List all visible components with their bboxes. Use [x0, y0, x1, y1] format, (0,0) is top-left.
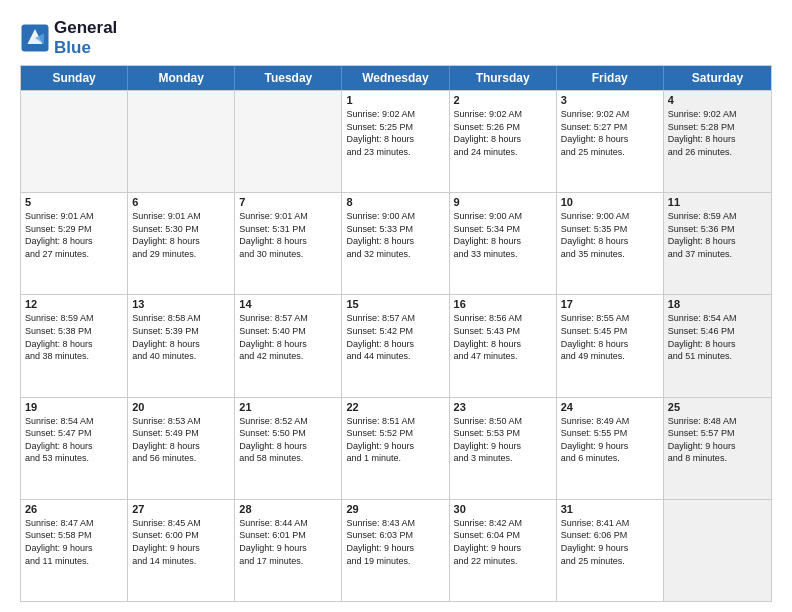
day-info: Sunrise: 8:47 AM Sunset: 5:58 PM Dayligh… — [25, 517, 123, 567]
day-number: 29 — [346, 503, 444, 515]
day-info: Sunrise: 8:53 AM Sunset: 5:49 PM Dayligh… — [132, 415, 230, 465]
day-info: Sunrise: 8:50 AM Sunset: 5:53 PM Dayligh… — [454, 415, 552, 465]
day-info: Sunrise: 9:01 AM Sunset: 5:29 PM Dayligh… — [25, 210, 123, 260]
calendar-empty-cell — [21, 91, 128, 192]
calendar: SundayMondayTuesdayWednesdayThursdayFrid… — [20, 65, 772, 602]
day-number: 9 — [454, 196, 552, 208]
calendar-day-21: 21Sunrise: 8:52 AM Sunset: 5:50 PM Dayli… — [235, 398, 342, 499]
day-number: 5 — [25, 196, 123, 208]
day-number: 16 — [454, 298, 552, 310]
day-info: Sunrise: 9:02 AM Sunset: 5:25 PM Dayligh… — [346, 108, 444, 158]
day-info: Sunrise: 9:02 AM Sunset: 5:28 PM Dayligh… — [668, 108, 767, 158]
calendar-day-2: 2Sunrise: 9:02 AM Sunset: 5:26 PM Daylig… — [450, 91, 557, 192]
day-number: 22 — [346, 401, 444, 413]
day-info: Sunrise: 8:43 AM Sunset: 6:03 PM Dayligh… — [346, 517, 444, 567]
day-info: Sunrise: 9:02 AM Sunset: 5:27 PM Dayligh… — [561, 108, 659, 158]
calendar-day-6: 6Sunrise: 9:01 AM Sunset: 5:30 PM Daylig… — [128, 193, 235, 294]
day-info: Sunrise: 8:54 AM Sunset: 5:47 PM Dayligh… — [25, 415, 123, 465]
calendar-day-1: 1Sunrise: 9:02 AM Sunset: 5:25 PM Daylig… — [342, 91, 449, 192]
day-number: 28 — [239, 503, 337, 515]
calendar-day-4: 4Sunrise: 9:02 AM Sunset: 5:28 PM Daylig… — [664, 91, 771, 192]
day-info: Sunrise: 8:57 AM Sunset: 5:40 PM Dayligh… — [239, 312, 337, 362]
calendar-header: SundayMondayTuesdayWednesdayThursdayFrid… — [21, 66, 771, 90]
day-number: 31 — [561, 503, 659, 515]
day-info: Sunrise: 8:45 AM Sunset: 6:00 PM Dayligh… — [132, 517, 230, 567]
day-number: 6 — [132, 196, 230, 208]
day-number: 23 — [454, 401, 552, 413]
calendar-day-12: 12Sunrise: 8:59 AM Sunset: 5:38 PM Dayli… — [21, 295, 128, 396]
calendar-day-30: 30Sunrise: 8:42 AM Sunset: 6:04 PM Dayli… — [450, 500, 557, 601]
calendar-day-19: 19Sunrise: 8:54 AM Sunset: 5:47 PM Dayli… — [21, 398, 128, 499]
calendar-row-1: 1Sunrise: 9:02 AM Sunset: 5:25 PM Daylig… — [21, 90, 771, 192]
day-info: Sunrise: 9:00 AM Sunset: 5:33 PM Dayligh… — [346, 210, 444, 260]
day-number: 13 — [132, 298, 230, 310]
day-number: 7 — [239, 196, 337, 208]
weekday-header-tuesday: Tuesday — [235, 66, 342, 90]
day-info: Sunrise: 9:00 AM Sunset: 5:35 PM Dayligh… — [561, 210, 659, 260]
calendar-day-27: 27Sunrise: 8:45 AM Sunset: 6:00 PM Dayli… — [128, 500, 235, 601]
day-info: Sunrise: 8:42 AM Sunset: 6:04 PM Dayligh… — [454, 517, 552, 567]
calendar-day-26: 26Sunrise: 8:47 AM Sunset: 5:58 PM Dayli… — [21, 500, 128, 601]
calendar-day-15: 15Sunrise: 8:57 AM Sunset: 5:42 PM Dayli… — [342, 295, 449, 396]
page-header: General Blue — [20, 18, 772, 57]
calendar-day-23: 23Sunrise: 8:50 AM Sunset: 5:53 PM Dayli… — [450, 398, 557, 499]
day-info: Sunrise: 8:57 AM Sunset: 5:42 PM Dayligh… — [346, 312, 444, 362]
day-number: 10 — [561, 196, 659, 208]
day-info: Sunrise: 8:59 AM Sunset: 5:36 PM Dayligh… — [668, 210, 767, 260]
day-info: Sunrise: 8:49 AM Sunset: 5:55 PM Dayligh… — [561, 415, 659, 465]
day-info: Sunrise: 9:01 AM Sunset: 5:31 PM Dayligh… — [239, 210, 337, 260]
calendar-row-2: 5Sunrise: 9:01 AM Sunset: 5:29 PM Daylig… — [21, 192, 771, 294]
day-number: 26 — [25, 503, 123, 515]
day-info: Sunrise: 8:52 AM Sunset: 5:50 PM Dayligh… — [239, 415, 337, 465]
day-number: 17 — [561, 298, 659, 310]
day-info: Sunrise: 8:51 AM Sunset: 5:52 PM Dayligh… — [346, 415, 444, 465]
calendar-day-13: 13Sunrise: 8:58 AM Sunset: 5:39 PM Dayli… — [128, 295, 235, 396]
calendar-day-5: 5Sunrise: 9:01 AM Sunset: 5:29 PM Daylig… — [21, 193, 128, 294]
day-number: 1 — [346, 94, 444, 106]
calendar-day-8: 8Sunrise: 9:00 AM Sunset: 5:33 PM Daylig… — [342, 193, 449, 294]
calendar-day-11: 11Sunrise: 8:59 AM Sunset: 5:36 PM Dayli… — [664, 193, 771, 294]
day-number: 4 — [668, 94, 767, 106]
calendar-row-5: 26Sunrise: 8:47 AM Sunset: 5:58 PM Dayli… — [21, 499, 771, 601]
calendar-day-14: 14Sunrise: 8:57 AM Sunset: 5:40 PM Dayli… — [235, 295, 342, 396]
weekday-header-monday: Monday — [128, 66, 235, 90]
day-number: 20 — [132, 401, 230, 413]
calendar-day-9: 9Sunrise: 9:00 AM Sunset: 5:34 PM Daylig… — [450, 193, 557, 294]
calendar-day-17: 17Sunrise: 8:55 AM Sunset: 5:45 PM Dayli… — [557, 295, 664, 396]
calendar-day-25: 25Sunrise: 8:48 AM Sunset: 5:57 PM Dayli… — [664, 398, 771, 499]
weekday-header-thursday: Thursday — [450, 66, 557, 90]
day-info: Sunrise: 8:56 AM Sunset: 5:43 PM Dayligh… — [454, 312, 552, 362]
day-info: Sunrise: 8:58 AM Sunset: 5:39 PM Dayligh… — [132, 312, 230, 362]
day-number: 12 — [25, 298, 123, 310]
calendar-day-10: 10Sunrise: 9:00 AM Sunset: 5:35 PM Dayli… — [557, 193, 664, 294]
logo: General Blue — [20, 18, 117, 57]
day-number: 19 — [25, 401, 123, 413]
weekday-header-sunday: Sunday — [21, 66, 128, 90]
day-number: 30 — [454, 503, 552, 515]
day-number: 2 — [454, 94, 552, 106]
day-info: Sunrise: 9:01 AM Sunset: 5:30 PM Dayligh… — [132, 210, 230, 260]
day-number: 8 — [346, 196, 444, 208]
calendar-day-24: 24Sunrise: 8:49 AM Sunset: 5:55 PM Dayli… — [557, 398, 664, 499]
day-info: Sunrise: 8:55 AM Sunset: 5:45 PM Dayligh… — [561, 312, 659, 362]
day-info: Sunrise: 8:54 AM Sunset: 5:46 PM Dayligh… — [668, 312, 767, 362]
calendar-day-31: 31Sunrise: 8:41 AM Sunset: 6:06 PM Dayli… — [557, 500, 664, 601]
calendar-day-3: 3Sunrise: 9:02 AM Sunset: 5:27 PM Daylig… — [557, 91, 664, 192]
calendar-day-22: 22Sunrise: 8:51 AM Sunset: 5:52 PM Dayli… — [342, 398, 449, 499]
day-info: Sunrise: 8:41 AM Sunset: 6:06 PM Dayligh… — [561, 517, 659, 567]
logo-icon — [20, 23, 50, 53]
day-number: 25 — [668, 401, 767, 413]
weekday-header-wednesday: Wednesday — [342, 66, 449, 90]
day-info: Sunrise: 8:44 AM Sunset: 6:01 PM Dayligh… — [239, 517, 337, 567]
weekday-header-friday: Friday — [557, 66, 664, 90]
calendar-empty-cell — [235, 91, 342, 192]
calendar-empty-cell — [664, 500, 771, 601]
weekday-header-saturday: Saturday — [664, 66, 771, 90]
day-number: 3 — [561, 94, 659, 106]
calendar-day-29: 29Sunrise: 8:43 AM Sunset: 6:03 PM Dayli… — [342, 500, 449, 601]
calendar-empty-cell — [128, 91, 235, 192]
calendar-day-7: 7Sunrise: 9:01 AM Sunset: 5:31 PM Daylig… — [235, 193, 342, 294]
day-number: 21 — [239, 401, 337, 413]
calendar-day-16: 16Sunrise: 8:56 AM Sunset: 5:43 PM Dayli… — [450, 295, 557, 396]
day-info: Sunrise: 8:48 AM Sunset: 5:57 PM Dayligh… — [668, 415, 767, 465]
